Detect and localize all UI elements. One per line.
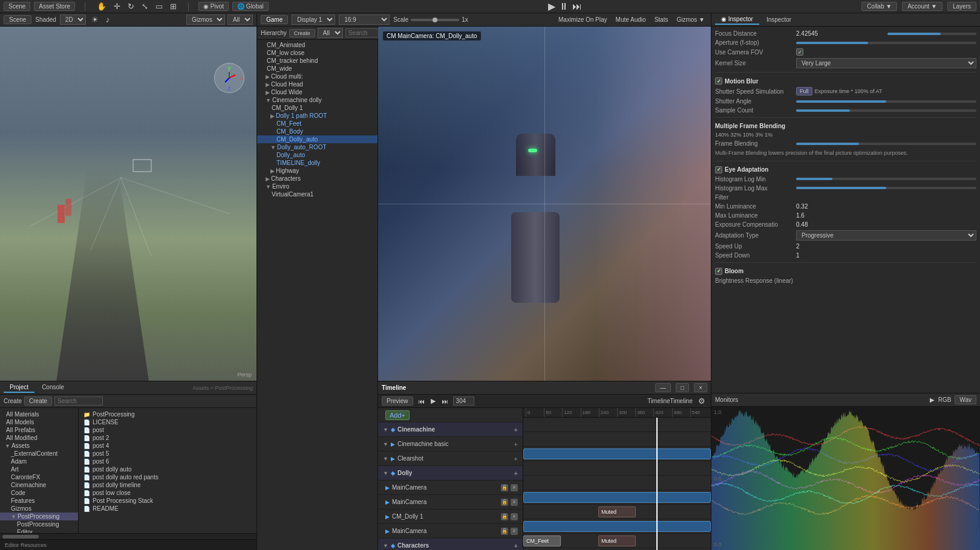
- monitors-wav-btn[interactable]: Wav: [955, 395, 976, 404]
- full-button[interactable]: Full: [796, 87, 812, 95]
- hierarchy-item-cinemachine-dolly[interactable]: ▼ Cinemachine dolly: [257, 96, 377, 104]
- track-add-btn[interactable]: +: [514, 441, 518, 448]
- track-dolly[interactable]: ▼ ◈ Dolly +: [378, 466, 523, 480]
- shutter-angle-slider[interactable]: [796, 100, 976, 103]
- hierarchy-item-cm-dolly1[interactable]: CM_Dolly 1: [257, 104, 377, 112]
- preview-btn[interactable]: Preview: [382, 396, 413, 406]
- hierarchy-item-cloud-head[interactable]: ▶ Cloud Head: [257, 80, 377, 88]
- tree-item-all-modified[interactable]: All Modified: [0, 434, 78, 442]
- file-post-dolly-timeline[interactable]: 📄post dolly timeline: [81, 481, 254, 489]
- tree-item-postprocessing-sub[interactable]: PostProcessing: [0, 520, 78, 528]
- clip-maincamera-muted[interactable]: Muted: [598, 506, 636, 517]
- tl-settings-icon[interactable]: ⚙: [696, 396, 707, 406]
- hand-icon[interactable]: ✋: [95, 2, 108, 11]
- pause-button[interactable]: ⏸: [559, 1, 569, 12]
- clip-cm-feet[interactable]: CM_Feet: [523, 535, 561, 546]
- frame-input[interactable]: [453, 396, 474, 406]
- track-visible-btn[interactable]: ≡: [511, 513, 518, 520]
- project-tab[interactable]: Project: [4, 383, 34, 393]
- eye-adaptation-header[interactable]: ✓ Eye Adaptation: [715, 166, 976, 173]
- asset-store-btn[interactable]: Asset Store: [34, 2, 75, 11]
- file-post4[interactable]: 📄post 4: [81, 442, 254, 450]
- hierarchy-item-cm-body[interactable]: CM_Body: [257, 128, 377, 135]
- console-tab[interactable]: Console: [36, 383, 70, 393]
- track-cinemachine[interactable]: ▼ ◈ Cinemachine +: [378, 422, 523, 437]
- scene-tab[interactable]: Scene: [4, 15, 31, 24]
- track-main-camera-1[interactable]: ▶ MainCamera 🔒 ≡: [378, 480, 523, 495]
- track-characters[interactable]: ▼ ◈ Characters +: [378, 539, 523, 550]
- 2d-toggle[interactable]: 2D 3D: [60, 15, 86, 25]
- rect-icon[interactable]: ▭: [154, 2, 165, 11]
- frame-blending-slider[interactable]: [796, 143, 976, 145]
- gizmos-btn[interactable]: Gizmos ▼: [674, 16, 707, 24]
- track-mute-btn[interactable]: 🔒: [501, 528, 508, 535]
- track-visible-btn[interactable]: ≡: [511, 499, 518, 506]
- gizmos-dropdown[interactable]: Gizmos: [186, 15, 225, 25]
- adaptation-type-select[interactable]: Progressive Fixed: [796, 230, 976, 241]
- add-btn-row[interactable]: Add+: [378, 408, 523, 422]
- eye-adaptation-checkbox[interactable]: ✓: [715, 166, 722, 173]
- aperture-slider[interactable]: [796, 42, 976, 44]
- hierarchy-item-cloud-wide[interactable]: ▶ Cloud Wide: [257, 88, 377, 96]
- tree-item-features[interactable]: Features: [0, 497, 78, 505]
- hierarchy-item-enviro[interactable]: ▼ Enviro: [257, 183, 377, 190]
- track-main-camera-3[interactable]: ▶ MainCamera 🔒 ≡: [378, 524, 523, 539]
- scene-gizmo-widget[interactable]: x y z: [214, 63, 244, 93]
- file-license[interactable]: 📄LICENSE: [81, 418, 254, 426]
- hierarchy-item-cm-animated[interactable]: CM_Animated: [257, 41, 377, 49]
- tree-item-editor[interactable]: Editor: [0, 528, 78, 533]
- clip-maincamera-1[interactable]: [523, 492, 711, 503]
- scene-menu-btn[interactable]: Scene: [4, 2, 30, 11]
- all-dropdown[interactable]: All: [227, 15, 253, 25]
- move-icon[interactable]: ✛: [112, 2, 122, 11]
- monitors-play-btn[interactable]: ▶: [930, 396, 935, 403]
- timeline-close-btn[interactable]: ×: [694, 383, 707, 392]
- hist-log-max-slider[interactable]: [796, 187, 976, 189]
- hierarchy-item-cm-wide[interactable]: CM_wide: [257, 65, 377, 73]
- tree-item-external[interactable]: _ExternalContent: [0, 450, 78, 458]
- file-readme[interactable]: 📄README: [81, 505, 254, 513]
- clip-cinemachine-basic[interactable]: [523, 448, 711, 459]
- tl-play-btn[interactable]: ▶: [430, 397, 437, 405]
- track-mute-btn[interactable]: 🔒: [501, 513, 508, 520]
- file-post6[interactable]: 📄post 6: [81, 458, 254, 465]
- project-scrollbar[interactable]: [0, 533, 256, 539]
- hierarchy-item-dolly-path-root[interactable]: ▶ Dolly 1 path ROOT: [257, 112, 377, 120]
- hierarchy-item-cm-tracker[interactable]: CM_tracker behind: [257, 57, 377, 65]
- step-button[interactable]: ⏭: [572, 1, 582, 12]
- hierarchy-item-dolly-auto[interactable]: Dolly_auto: [257, 151, 377, 159]
- aspect-select[interactable]: 16:9 Free Aspect: [339, 15, 390, 25]
- inspector-tab-2[interactable]: Inspector: [760, 15, 797, 24]
- mute-btn[interactable]: Mute Audio: [613, 16, 648, 24]
- hierarchy-item-virtual-camera[interactable]: VirtualCamera1: [257, 190, 377, 198]
- hierarchy-item-timeline-dolly[interactable]: TIMELINE_dolly: [257, 159, 377, 167]
- hierarchy-item-dolly-auto-root[interactable]: ▼ Dolly_auto_ROOT: [257, 143, 377, 151]
- hierarchy-all-dropdown[interactable]: All: [318, 28, 343, 38]
- game-view[interactable]: CM MainCamera: CM_Dolly_auto: [378, 27, 711, 381]
- tree-item-art[interactable]: Art: [0, 465, 78, 473]
- motion-blur-checkbox[interactable]: ✓: [715, 77, 722, 85]
- hierarchy-item-cm-low-close[interactable]: CM_low close: [257, 49, 377, 57]
- file-post-low-close[interactable]: 📄post low close: [81, 489, 254, 497]
- timeline-playhead[interactable]: [656, 418, 658, 550]
- track-add-btn[interactable]: +: [514, 455, 518, 462]
- track-visible-btn[interactable]: ≡: [511, 528, 518, 535]
- rotate-icon[interactable]: ↻: [126, 2, 136, 11]
- file-postprocessing[interactable]: 📁PostProcessing: [81, 410, 254, 418]
- scale-icon[interactable]: ⤡: [140, 2, 150, 11]
- tree-item-all-prefabs[interactable]: All Prefabs: [0, 426, 78, 434]
- hist-log-min-slider[interactable]: [796, 178, 976, 180]
- pivot-btn[interactable]: ◉ Pivot: [198, 2, 229, 11]
- motion-blur-header[interactable]: ✓ Motion Blur: [715, 77, 976, 85]
- layers-button[interactable]: Layers: [947, 2, 976, 11]
- file-post-processing-stack[interactable]: 📄Post Processing Stack: [81, 497, 254, 505]
- shaded-dropdown[interactable]: Shaded: [35, 16, 56, 23]
- inspector-tab-1[interactable]: ◉ Inspector: [715, 15, 759, 25]
- hierarchy-item-cm-feet[interactable]: CM_Feet: [257, 120, 377, 128]
- hierarchy-item-characters[interactable]: ▶ Characters: [257, 175, 377, 183]
- kernel-size-select[interactable]: Very Large Large Medium Small: [796, 58, 976, 68]
- track-cinemachine-basic[interactable]: ▼ ▶ Cinemachine basic +: [378, 437, 523, 451]
- audio-icon[interactable]: ♪: [104, 15, 112, 24]
- tree-item-assets[interactable]: ▼Assets: [0, 442, 78, 450]
- hierarchy-item-cm-dolly-auto[interactable]: CM_Dolly_auto: [257, 135, 377, 143]
